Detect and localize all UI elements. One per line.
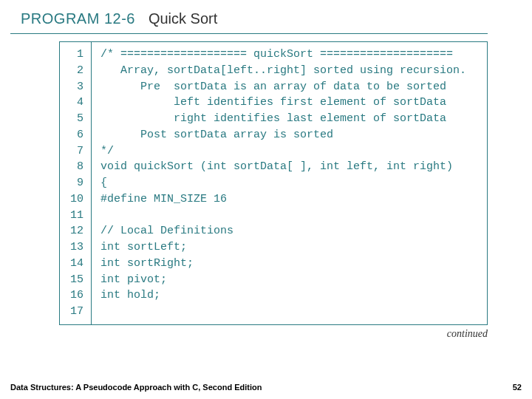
- code-line: [100, 304, 466, 320]
- code-line: #define MIN_SIZE 16: [100, 191, 466, 208]
- code-line: void quickSort (int sortData[ ], int lef…: [100, 159, 466, 175]
- code-listing: 1234567891011121314151617 /* ===========…: [59, 41, 488, 325]
- code-line: Pre sortData is an array of data to be s…: [100, 79, 466, 95]
- code-line: [100, 208, 466, 224]
- line-number: 2: [66, 63, 83, 79]
- program-label: PROGRAM 12-6: [21, 10, 135, 27]
- page-number: 52: [513, 383, 522, 392]
- line-number: 17: [66, 304, 83, 320]
- code-line: left identifies first element of sortDat…: [100, 95, 466, 111]
- code-line: int sortLeft;: [100, 239, 466, 256]
- code-line: int sortRight;: [100, 256, 466, 272]
- code-line: /* =================== quickSort =======…: [100, 47, 466, 63]
- line-number-gutter: 1234567891011121314151617: [60, 42, 92, 324]
- code-line: // Local Definitions: [100, 223, 466, 239]
- line-number: 1: [66, 47, 83, 63]
- program-header: PROGRAM 12-6 Quick Sort: [10, 0, 488, 34]
- line-number: 15: [66, 272, 83, 288]
- code-line: {: [100, 175, 466, 191]
- code-line: */: [100, 143, 466, 160]
- code-line: int hold;: [100, 287, 466, 304]
- code-line: int pivot;: [100, 272, 466, 288]
- line-number: 11: [66, 208, 83, 224]
- line-number: 8: [66, 159, 83, 175]
- line-number: 7: [66, 143, 83, 160]
- program-title: Quick Sort: [149, 10, 217, 27]
- code-line: Array, sortData[left..right] sorted usin…: [100, 63, 466, 79]
- line-number: 13: [66, 239, 83, 256]
- line-number: 10: [66, 191, 83, 208]
- line-number: 6: [66, 127, 83, 143]
- line-number: 14: [66, 256, 83, 272]
- code-body: /* =================== quickSort =======…: [92, 42, 474, 324]
- line-number: 3: [66, 79, 83, 95]
- line-number: 4: [66, 95, 83, 111]
- code-line: right identifies last element of sortDat…: [100, 111, 466, 127]
- code-line: Post sortData array is sorted: [100, 127, 466, 143]
- line-number: 5: [66, 111, 83, 127]
- line-number: 12: [66, 223, 83, 239]
- page-footer: Data Structures: A Pseudocode Approach w…: [10, 383, 522, 392]
- line-number: 16: [66, 287, 83, 304]
- line-number: 9: [66, 175, 83, 191]
- continued-label: continued: [0, 328, 488, 340]
- book-title: Data Structures: A Pseudocode Approach w…: [10, 383, 262, 392]
